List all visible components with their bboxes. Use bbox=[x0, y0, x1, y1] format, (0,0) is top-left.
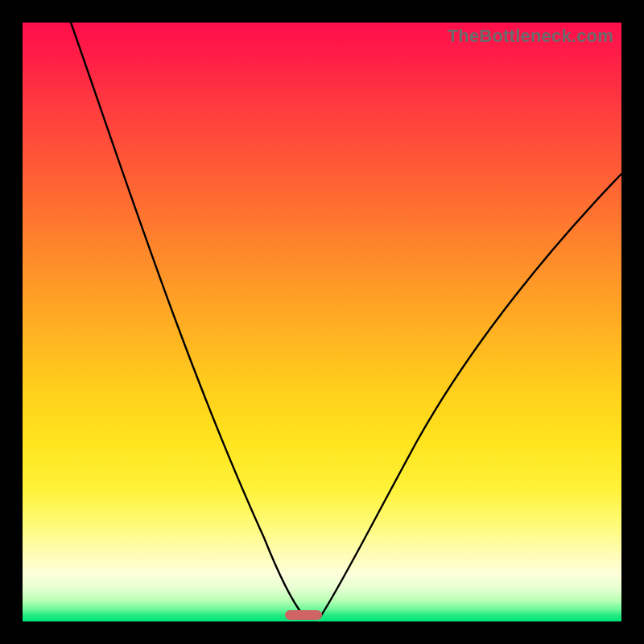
chart-frame: TheBottleneck.com bbox=[0, 0, 644, 644]
bottleneck-curve bbox=[23, 23, 621, 621]
optimal-range-marker bbox=[285, 610, 322, 620]
plot-area: TheBottleneck.com bbox=[23, 23, 621, 621]
